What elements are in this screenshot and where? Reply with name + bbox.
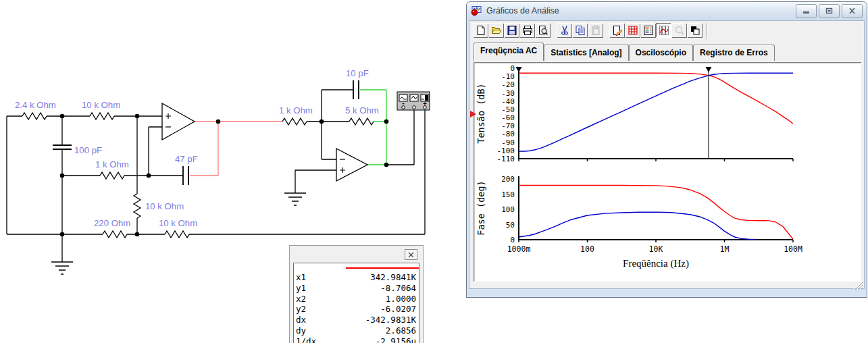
measure-window[interactable]: x1342.9841Ky1-8.7064x21.0000y2-6.0207dx-… <box>289 245 424 343</box>
component-label[interactable]: 1 k Ohm <box>279 105 313 115</box>
resistor-10k-vertical <box>134 194 141 218</box>
minimize-icon <box>802 7 810 14</box>
capacitor-10pf <box>353 80 359 99</box>
save-button[interactable] <box>504 23 519 38</box>
toolbar-end-groove <box>707 23 708 39</box>
component-label[interactable]: 5 k Ohm <box>345 105 379 115</box>
print-preview-button[interactable] <box>535 23 551 38</box>
x-tick-label: 1M <box>720 244 730 254</box>
y-tick-label: -20 <box>501 80 515 89</box>
cursor-readout-row: dy2.6856 <box>296 325 416 336</box>
component-label[interactable]: 2.4 k Ohm <box>15 100 56 110</box>
component-label[interactable]: 100 pF <box>74 145 102 155</box>
component-label[interactable]: 47 pF <box>175 154 198 164</box>
cursor-readout-row: y1-8.7064 <box>296 283 416 294</box>
x-axis-label: Freqüência (Hz) <box>623 258 689 269</box>
legend-button[interactable] <box>640 23 656 38</box>
component-label[interactable]: 10 k Ohm <box>82 100 120 110</box>
y-tick-label: -90 <box>501 138 515 147</box>
cursor-readout-row: x21.0000 <box>296 294 416 305</box>
print-button[interactable] <box>519 23 535 38</box>
y-tick-label: -60 <box>501 113 515 122</box>
y-tick-label: -50 <box>501 105 515 114</box>
terminal-label: + <box>423 100 427 107</box>
y-tick-label: 50 <box>506 221 515 230</box>
component-label[interactable]: 10 pF <box>346 68 369 78</box>
toolbar-separator <box>551 23 557 38</box>
component-label[interactable]: 220 Ohm <box>94 218 130 228</box>
grid-button[interactable] <box>625 23 640 38</box>
resistor-1k-stage2 <box>282 118 307 125</box>
toolbar <box>469 21 864 42</box>
window-title: Gráficos de Análise <box>486 6 794 16</box>
wires-selected-red <box>190 122 282 176</box>
tab-freq-ncia-ac[interactable]: Freqüçncia AC <box>474 43 544 61</box>
analysis-graphs-window[interactable]: Gráficos de Análise Freqüçncia ACStatist… <box>466 1 867 298</box>
component-label[interactable]: 10 k Ohm <box>159 218 197 228</box>
y-tick-label: 100 <box>501 205 515 214</box>
cursor-readout-row: 1/dx-2.9156µ <box>296 336 416 343</box>
y-tick-label: -40 <box>501 97 515 106</box>
copy-button[interactable] <box>572 23 588 38</box>
open-button[interactable] <box>488 23 504 38</box>
opamp-2[interactable] <box>336 149 367 181</box>
zoom-button[interactable] <box>671 23 687 38</box>
app-icon <box>471 5 482 16</box>
y-tick-label: -70 <box>501 122 515 130</box>
x-tick-label: 100M <box>784 244 802 254</box>
bode-plots[interactable]: 0-10-20-30-40-50-60-70-80-90-100-110Tens… <box>474 62 861 282</box>
wires-selected-green <box>360 90 386 165</box>
cursor-readout-row: y2-6.0207 <box>296 304 416 315</box>
resistor-10k-top <box>90 113 114 120</box>
restore-button[interactable] <box>819 4 840 18</box>
ground-2 <box>284 193 306 205</box>
titlebar[interactable]: Gráficos de Análise <box>467 2 867 20</box>
minimize-button[interactable] <box>796 4 817 18</box>
cursors-button[interactable] <box>656 23 671 38</box>
paste-button[interactable] <box>588 23 603 38</box>
tab-statistics-analog-[interactable]: Statistics [Analog] <box>544 45 628 61</box>
capacitor-100pf <box>53 145 72 149</box>
capacitor-47pf <box>183 166 188 185</box>
cursor-flag[interactable] <box>705 67 711 72</box>
component-label[interactable]: 1 k Ohm <box>95 159 129 169</box>
plot-axes <box>519 68 793 159</box>
cursor-flag[interactable] <box>516 67 522 72</box>
cut-button[interactable] <box>557 23 572 38</box>
trace-legend-line <box>346 267 419 269</box>
y-tick-label: -80 <box>501 130 515 138</box>
resize-grip-icon[interactable] <box>854 281 863 290</box>
active-trace-arrow-icon <box>470 111 476 117</box>
graph-panel[interactable]: 0-10-20-30-40-50-60-70-80-90-100-110Tens… <box>474 62 861 282</box>
ground-1 <box>51 262 73 274</box>
curve-blue-phase <box>519 212 755 239</box>
cursor-readout-row: dx-342.9831K <box>296 315 416 325</box>
invert-colors-button[interactable] <box>687 23 703 38</box>
tab-oscilosc-pio[interactable]: Osciloscópio <box>629 45 693 61</box>
new-button[interactable] <box>473 23 488 38</box>
resistor-5k <box>349 118 374 125</box>
resistor-220 <box>103 231 127 238</box>
opamp-1[interactable] <box>162 103 195 140</box>
y-axis-label: Fase (deg) <box>476 180 486 235</box>
component-label[interactable]: 10 k Ohm <box>145 201 184 211</box>
curve-blue-magnitude <box>519 73 793 151</box>
close-button[interactable] <box>405 249 417 260</box>
toolbar-separator <box>603 23 609 38</box>
tab-registro-de-erros[interactable]: Registro de Erros <box>693 45 775 61</box>
oscilloscope-icon[interactable]: -+ <box>397 92 430 110</box>
resistor-10k-bottom <box>165 231 189 238</box>
resistor-2k4 <box>22 113 47 120</box>
cursor-readout-row: x1342.9841K <box>296 272 416 283</box>
properties-button[interactable] <box>609 23 625 38</box>
x-tick-label: 10K <box>649 244 663 254</box>
y-tick-label: 0 <box>510 64 515 73</box>
close-icon <box>408 252 414 258</box>
close-button[interactable] <box>842 4 863 18</box>
curve-red-magnitude <box>519 73 793 124</box>
x-tick-label: 1000m <box>507 244 531 254</box>
y-tick-label: 0 <box>510 236 515 244</box>
resistor-1k-left <box>100 172 124 179</box>
desktop: -+ 2.4 k Ohm10 k Ohm100 pF1 k Ohm47 pF1 … <box>0 0 868 343</box>
terminal-label: - <box>401 100 405 107</box>
